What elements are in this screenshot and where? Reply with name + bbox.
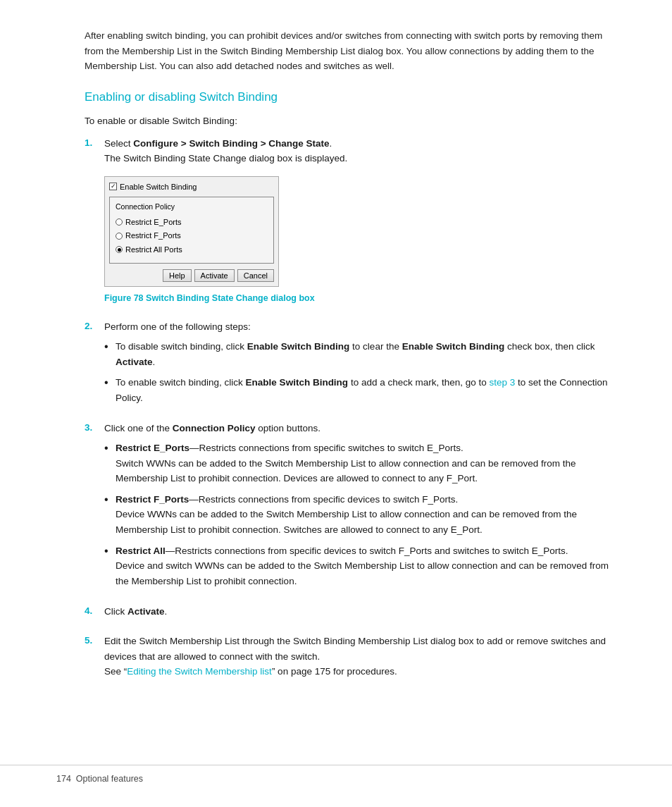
- step-2-bullet-1: • To disable switch binding, click Enabl…: [104, 339, 616, 369]
- step-2-bullet-2: • To enable switch binding, click Enable…: [104, 375, 616, 405]
- steps-list: 1. Select Configure > Switch Binding > C…: [85, 136, 616, 684]
- step-2-content: Perform one of the following steps: • To…: [104, 319, 616, 411]
- step-2-number: 2.: [85, 319, 104, 411]
- dialog-radio-f-ports-btn: [116, 233, 123, 240]
- restrict-all-text: Restrict All—Restricts connections from …: [116, 543, 616, 589]
- dialog-radio-f-ports: Restrict F_Ports: [116, 230, 268, 242]
- step-1: 1. Select Configure > Switch Binding > C…: [85, 136, 616, 310]
- footer-bar: 174 Optional features: [0, 765, 672, 786]
- dialog-radio-all-ports: Restrict All Ports: [116, 244, 268, 256]
- step-3-bullets: • Restrict E_Ports—Restricts connections…: [104, 441, 616, 589]
- section-intro: To enable or disable Switch Binding:: [85, 114, 616, 128]
- footer-text: 174 Optional features: [56, 772, 143, 786]
- figure-number: Figure 78: [104, 293, 144, 303]
- restrict-f-bold: Restrict F_Ports: [116, 494, 189, 505]
- enable-switch-binding-bold-2: Enable Switch Binding: [402, 341, 505, 352]
- footer-page-number: 174: [56, 774, 71, 784]
- editing-switch-membership-link[interactable]: Editing the Switch Membership list: [127, 666, 272, 677]
- bullet-dot-4: •: [104, 492, 116, 538]
- step-3-bullet-restrict-all: • Restrict All—Restricts connections fro…: [104, 543, 616, 589]
- step-3-bullet-restrict-e: • Restrict E_Ports—Restricts connections…: [104, 441, 616, 486]
- dialog-enable-label: Enable Switch Binding: [120, 181, 197, 193]
- footer-section: Optional features: [76, 774, 143, 784]
- step-3-bullet-restrict-f: • Restrict F_Ports—Restricts connections…: [104, 492, 616, 538]
- enable-switch-binding-bold-1: Enable Switch Binding: [247, 341, 350, 352]
- step-4-content: Click Activate.: [104, 604, 616, 624]
- step-2: 2. Perform one of the following steps: •…: [85, 319, 616, 411]
- restrict-f-text: Restrict F_Ports—Restricts connections f…: [116, 492, 616, 538]
- step-2-bullet-2-text: To enable switch binding, click Enable S…: [116, 375, 616, 405]
- step-3-number: 3.: [85, 421, 104, 594]
- dialog-radio-e-ports-btn: [116, 218, 123, 226]
- dialog-radio-all-ports-btn: [116, 246, 123, 253]
- dialog-radio-f-ports-label: Restrict F_Ports: [125, 230, 181, 242]
- bullet-dot-1: •: [104, 339, 116, 369]
- step-5: 5. Edit the Switch Membership List throu…: [85, 634, 616, 684]
- step-1-content: Select Configure > Switch Binding > Chan…: [104, 136, 616, 310]
- activate-bold-1: Activate: [116, 357, 153, 367]
- step-3: 3. Click one of the Connection Policy op…: [85, 421, 616, 594]
- dialog-connection-policy-group: Connection Policy Restrict E_Ports Restr…: [109, 197, 274, 264]
- dialog-group-title: Connection Policy: [116, 202, 268, 213]
- step-4: 4. Click Activate.: [85, 604, 616, 624]
- page-container: After enabling switch binding, you can p…: [0, 0, 672, 807]
- bullet-dot-5: •: [104, 543, 116, 589]
- step-1-number: 1.: [85, 136, 104, 310]
- step-2-bullets: • To disable switch binding, click Enabl…: [104, 339, 616, 405]
- connection-policy-bold: Connection Policy: [173, 423, 256, 433]
- bullet-dot-3: •: [104, 441, 116, 486]
- figure-caption: Figure 78 Switch Binding State Change di…: [104, 291, 616, 305]
- restrict-e-bold: Restrict E_Ports: [116, 443, 189, 453]
- restrict-e-text: Restrict E_Ports—Restricts connections f…: [116, 441, 616, 486]
- step-4-number: 4.: [85, 604, 104, 624]
- figure-caption-text: Switch Binding State Change dialog box: [144, 293, 315, 303]
- step-5-text: Edit the Switch Membership List through …: [104, 634, 616, 679]
- step-2-text: Perform one of the following steps:: [104, 319, 616, 335]
- intro-paragraph: After enabling switch binding, you can p…: [85, 28, 616, 74]
- activate-bold-2: Activate: [127, 606, 165, 617]
- step-3-content: Click one of the Connection Policy optio…: [104, 421, 616, 594]
- dialog-radio-all-ports-label: Restrict All Ports: [125, 244, 182, 256]
- step-5-content: Edit the Switch Membership List through …: [104, 634, 616, 684]
- restrict-all-bold: Restrict All: [116, 546, 166, 556]
- dialog-radio-e-ports: Restrict E_Ports: [116, 216, 268, 228]
- step-2-bullet-1-text: To disable switch binding, click Enable …: [116, 339, 616, 369]
- enable-switch-binding-bold-3: Enable Switch Binding: [246, 377, 349, 388]
- step-1-text: Select Configure > Switch Binding > Chan…: [104, 136, 616, 166]
- dialog-radio-e-ports-label: Restrict E_Ports: [125, 216, 181, 228]
- dialog-activate-button[interactable]: Activate: [194, 269, 235, 282]
- step-3-text: Click one of the Connection Policy optio…: [104, 421, 616, 436]
- step-1-bold: Configure > Switch Binding > Change Stat…: [133, 138, 329, 149]
- dialog-cancel-button[interactable]: Cancel: [237, 269, 274, 282]
- step-3-link[interactable]: step 3: [490, 377, 516, 388]
- section-heading: Enabling or disabling Switch Binding: [85, 88, 616, 106]
- dialog-help-button[interactable]: Help: [163, 269, 192, 282]
- dialog-title-row: ✓ Enable Switch Binding: [109, 181, 274, 193]
- dialog-enable-checkbox: ✓: [109, 183, 117, 190]
- step-4-text: Click Activate.: [104, 604, 616, 620]
- dialog-buttons: Help Activate Cancel: [109, 269, 274, 282]
- dialog-screenshot: ✓ Enable Switch Binding Connection Polic…: [104, 176, 279, 288]
- step-1-subtext: The Switch Binding State Change dialog b…: [104, 153, 347, 164]
- step-5-number: 5.: [85, 634, 104, 684]
- bullet-dot-2: •: [104, 375, 116, 405]
